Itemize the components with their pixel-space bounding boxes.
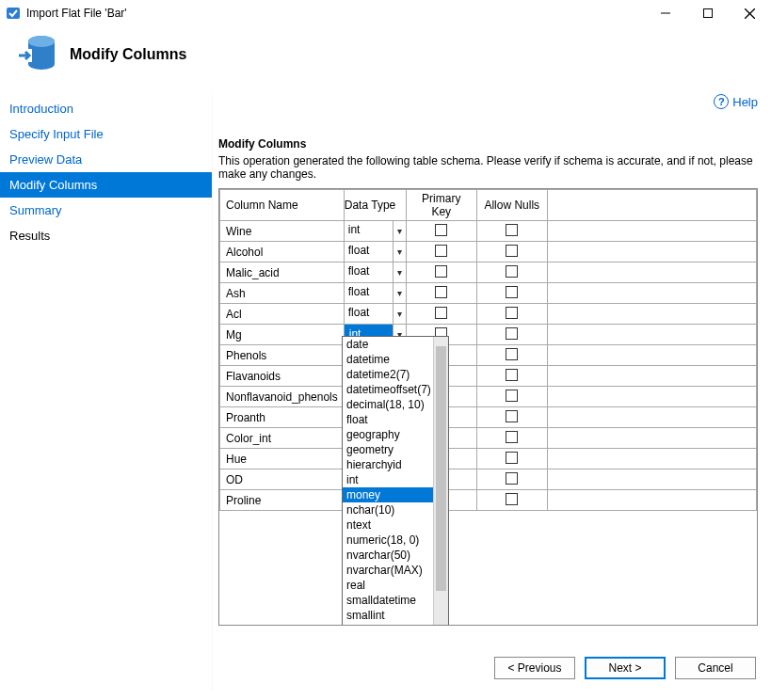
allow-nulls-checkbox[interactable] bbox=[506, 286, 518, 298]
primary-key-checkbox[interactable] bbox=[435, 265, 447, 278]
dropdown-option[interactable]: int bbox=[343, 472, 433, 487]
data-type-combo[interactable]: float▾ bbox=[345, 283, 406, 303]
allow-nulls-checkbox[interactable] bbox=[506, 390, 518, 402]
column-name-cell[interactable]: Ash bbox=[220, 283, 345, 304]
dropdown-option[interactable]: smalldatetime bbox=[343, 593, 433, 608]
primary-key-cell[interactable] bbox=[406, 262, 476, 283]
dropdown-option[interactable]: smallint bbox=[343, 608, 433, 623]
allow-nulls-cell[interactable] bbox=[476, 428, 547, 449]
chevron-down-icon[interactable]: ▾ bbox=[393, 304, 406, 324]
data-type-cell[interactable]: float▾ bbox=[344, 262, 406, 283]
data-type-cell[interactable]: int▾ bbox=[344, 221, 406, 242]
allow-nulls-checkbox[interactable] bbox=[506, 369, 518, 381]
dropdown-option[interactable]: numeric(18, 0) bbox=[343, 533, 433, 548]
primary-key-cell[interactable] bbox=[406, 283, 476, 304]
allow-nulls-cell[interactable] bbox=[476, 242, 547, 262]
close-button[interactable] bbox=[729, 0, 771, 26]
column-name-cell[interactable]: Wine bbox=[220, 221, 345, 242]
primary-key-cell[interactable] bbox=[406, 221, 476, 242]
data-type-combo[interactable]: float▾ bbox=[345, 242, 406, 262]
allow-nulls-cell[interactable] bbox=[476, 407, 547, 428]
chevron-down-icon[interactable]: ▾ bbox=[393, 242, 406, 262]
allow-nulls-checkbox[interactable] bbox=[506, 493, 518, 505]
dropdown-option[interactable]: smallmoney bbox=[343, 623, 433, 626]
primary-key-checkbox[interactable] bbox=[435, 245, 447, 257]
column-name-cell[interactable]: Color_int bbox=[220, 428, 345, 449]
dropdown-option[interactable]: real bbox=[343, 578, 433, 593]
data-type-combo[interactable]: float▾ bbox=[345, 304, 406, 324]
dropdown-option[interactable]: ntext bbox=[343, 517, 433, 533]
dropdown-option[interactable]: datetime2(7) bbox=[343, 367, 433, 382]
dropdown-option[interactable]: nvarchar(50) bbox=[343, 548, 433, 563]
allow-nulls-cell[interactable] bbox=[476, 345, 547, 366]
allow-nulls-checkbox[interactable] bbox=[506, 224, 518, 236]
allow-nulls-cell[interactable] bbox=[476, 387, 547, 407]
allow-nulls-checkbox[interactable] bbox=[506, 307, 518, 319]
primary-key-checkbox[interactable] bbox=[435, 224, 447, 236]
data-type-combo[interactable]: float▾ bbox=[345, 262, 406, 282]
data-type-cell[interactable]: float▾ bbox=[344, 242, 406, 262]
dropdown-option[interactable]: float bbox=[343, 412, 433, 427]
cancel-button[interactable]: Cancel bbox=[675, 657, 756, 679]
primary-key-cell[interactable] bbox=[406, 242, 476, 262]
allow-nulls-checkbox[interactable] bbox=[506, 410, 518, 422]
primary-key-checkbox[interactable] bbox=[435, 286, 447, 298]
column-name-cell[interactable]: Hue bbox=[220, 449, 345, 469]
next-button[interactable]: Next > bbox=[585, 657, 666, 679]
datatype-dropdown[interactable]: datedatetimedatetime2(7)datetimeoffset(7… bbox=[342, 336, 449, 626]
dropdown-option[interactable]: hierarchyid bbox=[343, 457, 433, 472]
allow-nulls-cell[interactable] bbox=[476, 325, 547, 345]
data-type-cell[interactable]: float▾ bbox=[344, 283, 406, 304]
dropdown-option[interactable]: nvarchar(MAX) bbox=[343, 563, 433, 578]
minimize-button[interactable] bbox=[644, 0, 686, 26]
sidebar-item-summary[interactable]: Summary bbox=[0, 198, 212, 223]
data-type-combo[interactable]: int▾ bbox=[345, 221, 406, 241]
allow-nulls-cell[interactable] bbox=[476, 304, 547, 325]
primary-key-checkbox[interactable] bbox=[435, 307, 447, 319]
allow-nulls-cell[interactable] bbox=[476, 262, 547, 283]
dropdown-option[interactable]: geometry bbox=[343, 442, 433, 457]
allow-nulls-cell[interactable] bbox=[476, 449, 547, 469]
allow-nulls-cell[interactable] bbox=[476, 490, 547, 511]
column-name-cell[interactable]: Proanth bbox=[220, 407, 345, 428]
sidebar-item-modify-columns[interactable]: Modify Columns bbox=[0, 172, 212, 198]
column-name-cell[interactable]: Phenols bbox=[220, 345, 345, 366]
chevron-down-icon[interactable]: ▾ bbox=[393, 221, 406, 241]
allow-nulls-checkbox[interactable] bbox=[506, 452, 518, 464]
previous-button[interactable]: < Previous bbox=[494, 657, 575, 679]
column-name-cell[interactable]: Alcohol bbox=[220, 242, 345, 262]
column-name-cell[interactable]: Mg bbox=[220, 325, 345, 345]
dropdown-option[interactable]: decimal(18, 10) bbox=[343, 397, 433, 412]
dropdown-option[interactable]: datetimeoffset(7) bbox=[343, 382, 433, 397]
column-name-cell[interactable]: Acl bbox=[220, 304, 345, 325]
allow-nulls-checkbox[interactable] bbox=[506, 472, 518, 485]
column-name-cell[interactable]: Flavanoids bbox=[220, 366, 345, 387]
chevron-down-icon[interactable]: ▾ bbox=[393, 283, 406, 303]
chevron-down-icon[interactable]: ▾ bbox=[393, 262, 406, 282]
allow-nulls-cell[interactable] bbox=[476, 283, 547, 304]
column-name-cell[interactable]: Proline bbox=[220, 490, 345, 511]
allow-nulls-checkbox[interactable] bbox=[506, 265, 518, 278]
column-name-cell[interactable]: Nonflavanoid_phenols bbox=[220, 387, 345, 407]
dropdown-option[interactable]: nchar(10) bbox=[343, 502, 433, 517]
sidebar-item-introduction[interactable]: Introduction bbox=[0, 96, 212, 121]
allow-nulls-checkbox[interactable] bbox=[506, 348, 518, 360]
sidebar-item-preview-data[interactable]: Preview Data bbox=[0, 147, 212, 172]
allow-nulls-checkbox[interactable] bbox=[506, 327, 518, 340]
help-link[interactable]: ? Help bbox=[714, 94, 758, 109]
allow-nulls-cell[interactable] bbox=[476, 366, 547, 387]
column-name-cell[interactable]: Malic_acid bbox=[220, 262, 345, 283]
sidebar-item-specify-input-file[interactable]: Specify Input File bbox=[0, 121, 212, 147]
dropdown-scroll-thumb[interactable] bbox=[436, 346, 446, 591]
dropdown-option[interactable]: geography bbox=[343, 427, 433, 442]
maximize-button[interactable] bbox=[686, 0, 729, 26]
column-name-cell[interactable]: OD bbox=[220, 469, 345, 490]
dropdown-option[interactable]: date bbox=[343, 337, 433, 352]
allow-nulls-checkbox[interactable] bbox=[506, 431, 518, 443]
allow-nulls-cell[interactable] bbox=[476, 469, 547, 490]
dropdown-scrollbar[interactable] bbox=[433, 337, 448, 626]
data-type-cell[interactable]: float▾ bbox=[344, 304, 406, 325]
primary-key-cell[interactable] bbox=[406, 304, 476, 325]
allow-nulls-cell[interactable] bbox=[476, 221, 547, 242]
dropdown-option[interactable]: datetime bbox=[343, 352, 433, 367]
